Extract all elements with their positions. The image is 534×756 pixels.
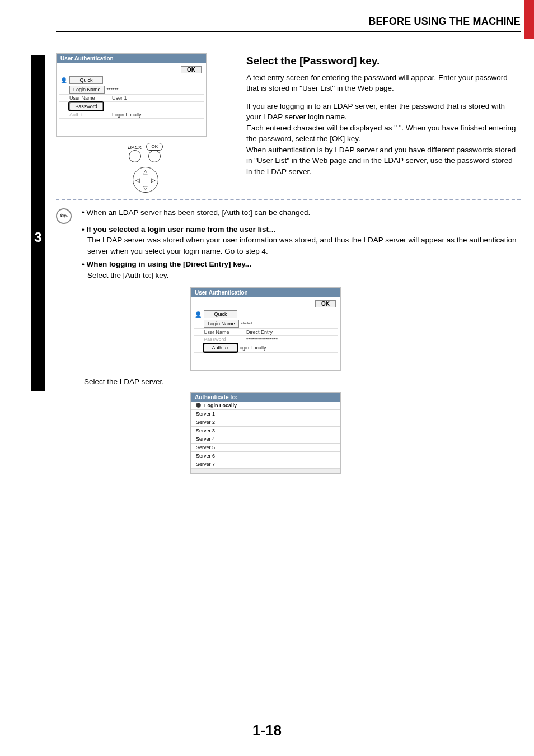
instruction-para1: A text entry screen for entering the pas… [246,72,521,94]
user-icon: 👤 [195,311,202,318]
nav-pad[interactable]: △ ▽ ◁ ▷ [133,167,158,193]
lcd1-login-name-button[interactable]: Login Name [69,86,105,94]
step-number: 3 [31,230,45,245]
instruction-para2: If you are logging in to an LDAP server,… [246,102,505,122]
lcd2-login-name-button[interactable]: Login Name [204,320,239,328]
note-bullet1: • If you selected a login user name from… [79,224,521,257]
instruction-para4: When authentication is by LDAP server an… [246,146,516,176]
lcd2-user-name-value: Direct Entry [246,329,273,335]
instruction-para3: Each entered character will be displayed… [246,124,516,143]
lcd2-password-label: Password [204,337,244,342]
lcd-panel-1: User Authentication OK 👤 Quick Login Nam… [56,53,207,137]
lcd1-ok-button[interactable]: OK [181,66,202,73]
lcd1-auth-to-value: Login Locally [112,112,142,118]
auth-row-2-label: Server 2 [196,419,215,425]
select-ldap-text: Select the LDAP server. [84,376,521,388]
auth-row-3-label: Server 3 [196,428,215,433]
instruction-heading: Select the [Password] key. [246,53,521,69]
auth-row-6-label: Server 6 [196,453,215,459]
note-line1: When an LDAP server has been stored, [Au… [79,207,521,218]
nav-left-icon: ◁ [135,177,140,183]
lcd2-login-name-value: ****** [241,321,253,326]
auth-row-6[interactable]: Server 6 [191,452,340,460]
auth-row-1-label: Server 1 [196,411,215,417]
step-sidebar [31,55,45,391]
lcd1-quick-button[interactable]: Quick [69,76,103,84]
red-corner-decoration [524,0,534,39]
auth-row-0-label: Login Locally [204,403,237,408]
nav-up-icon: △ [143,169,148,175]
auth-row-3[interactable]: Server 3 [191,427,340,435]
lcd2-auth-to-button[interactable]: Auth to: [204,344,237,352]
auth-row-7-label: Server 7 [196,461,215,467]
lcd2-quick-button[interactable]: Quick [204,310,237,318]
lcd1-auth-to-label: Auth to: [69,112,110,118]
note-bullet2-title: When logging in using the [Direct Entry]… [86,260,251,268]
auth-row-7[interactable]: Server 7 [191,460,340,469]
lcd2-user-name-label: User Name [204,329,244,335]
note-bullet2-body: Select the [Auth to:] key. [87,271,168,279]
auth-row-2[interactable]: Server 2 [191,418,340,427]
auth-row-4[interactable]: Server 4 [191,435,340,444]
lcd1-user-name-label: User Name [69,95,110,101]
lcd2-password-value: **************** [246,337,278,342]
nav-right-icon: ▷ [151,177,156,183]
auth-list-panel: Authenticate to: Login Locally Server 1 … [190,392,341,474]
back-button[interactable] [129,150,141,162]
lcd1-user-name-value: User 1 [112,95,127,101]
nav-down-icon: ▽ [143,185,148,191]
page-number: 1-18 [0,722,534,739]
section-header: BEFORE USING THE MACHINE [56,16,521,27]
auth-row-1[interactable]: Server 1 [191,410,340,418]
header-rule [56,31,521,32]
user-icon: 👤 [60,77,67,83]
lcd1-password-button[interactable]: Password [69,102,103,110]
dashed-separator [56,199,521,200]
ok-button[interactable] [148,150,161,162]
note-bullet1-title: If you selected a login user name from t… [86,225,276,234]
radio-icon [196,403,201,408]
note-bullet1-body: The LDAP server was stored when your use… [87,235,521,256]
lcd1-title: User Authentication [57,54,206,63]
back-label: BACK [128,144,142,150]
note-bullet2: • When logging in using the [Direct Entr… [79,259,521,281]
auth-list-title: Authenticate to: [191,393,340,402]
lcd1-login-name-value: ****** [107,87,119,92]
lcd-panel-2: User Authentication OK 👤 Quick Login Nam… [190,287,341,371]
lcd2-title: User Authentication [191,288,340,297]
note-icon: ✎ [56,208,72,224]
lcd2-ok-button[interactable]: OK [315,300,336,307]
auth-row-5-label: Server 5 [196,445,215,450]
auth-row-5[interactable]: Server 5 [191,444,340,452]
auth-row-4-label: Server 4 [196,436,215,442]
ok-indicator: OK [146,143,163,151]
lcd2-auth-to-value: ogin Locally [240,345,266,351]
auth-row-0[interactable]: Login Locally [191,402,340,410]
control-pad: BACK OK △ ▽ ◁ ▷ [112,142,179,193]
